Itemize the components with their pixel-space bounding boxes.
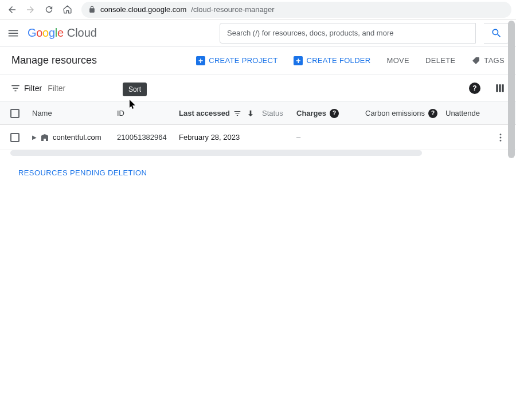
filter-input[interactable]	[48, 84, 469, 93]
url-path: /cloud-resource-manager	[191, 5, 274, 14]
row-menu-icon[interactable]	[495, 132, 506, 143]
back-icon[interactable]	[7, 5, 17, 15]
menu-icon[interactable]	[7, 27, 19, 40]
filter-list-icon	[233, 109, 241, 117]
delete-button[interactable]: DELETE	[425, 56, 455, 65]
col-carbon[interactable]: Carbon emissions ?	[365, 109, 445, 118]
columns-icon[interactable]	[494, 83, 506, 94]
logo-cloud-text: Cloud	[67, 26, 97, 40]
lock-icon	[88, 6, 96, 13]
select-all-checkbox[interactable]	[10, 109, 19, 118]
help-icon[interactable]: ?	[428, 109, 437, 118]
table-header-row: Name ID Last accessed Status Charges ? C…	[0, 102, 516, 125]
row-charges: –	[296, 133, 365, 142]
reload-icon[interactable]	[44, 5, 54, 15]
pending-deletion-link[interactable]: RESOURCES PENDING DELETION	[18, 168, 516, 177]
help-icon[interactable]: ?	[469, 83, 480, 94]
console-header: Google Cloud Search (/) for resources, d…	[0, 19, 516, 47]
action-toolbar: Manage resources + CREATE PROJECT + CREA…	[0, 47, 516, 74]
google-cloud-logo[interactable]: Google Cloud	[28, 26, 97, 40]
home-icon[interactable]	[62, 5, 72, 15]
col-last-accessed[interactable]: Last accessed	[179, 109, 262, 118]
filter-icon	[10, 83, 21, 93]
global-search-input[interactable]: Search (/) for resources, docs, products…	[220, 23, 476, 44]
organization-icon	[40, 133, 49, 142]
sort-desc-icon	[246, 109, 255, 118]
expand-icon[interactable]: ▶	[32, 134, 37, 140]
help-icon[interactable]: ?	[330, 109, 339, 118]
vertical-scrollbar[interactable]	[508, 21, 515, 158]
create-folder-button[interactable]: + CREATE FOLDER	[294, 56, 370, 65]
table-row: ▶ contentful.com 210051382964 February 2…	[0, 125, 516, 150]
search-placeholder: Search (/) for resources, docs, products…	[227, 29, 393, 37]
col-unattended[interactable]: Unattende	[445, 109, 480, 117]
sort-tooltip: Sort	[123, 83, 147, 96]
row-checkbox[interactable]	[10, 133, 19, 142]
page-title: Manage resources	[11, 54, 97, 66]
col-charges[interactable]: Charges ?	[296, 109, 365, 118]
col-id[interactable]: ID	[117, 109, 179, 117]
row-id: 210051382964	[117, 133, 179, 142]
browser-chrome: console.cloud.google.com/cloud-resource-…	[0, 0, 516, 19]
filter-label: Filter	[24, 84, 42, 93]
col-status[interactable]: Status	[262, 109, 296, 117]
forward-icon	[25, 5, 36, 15]
plus-icon: +	[196, 56, 205, 65]
address-bar[interactable]: console.cloud.google.com/cloud-resource-…	[81, 2, 511, 18]
col-name[interactable]: Name	[19, 109, 117, 117]
filter-bar: Filter ?	[0, 74, 516, 102]
row-name[interactable]: contentful.com	[53, 133, 101, 142]
row-last-accessed: February 28, 2023	[179, 133, 262, 142]
url-host: console.cloud.google.com	[100, 5, 186, 14]
create-project-button[interactable]: + CREATE PROJECT	[196, 56, 277, 65]
search-button[interactable]	[484, 23, 509, 44]
plus-icon: +	[294, 56, 303, 65]
tag-icon	[471, 56, 480, 65]
move-button[interactable]: MOVE	[387, 56, 409, 65]
tags-button[interactable]: TAGS	[471, 56, 505, 65]
horizontal-scrollbar[interactable]	[10, 150, 422, 156]
